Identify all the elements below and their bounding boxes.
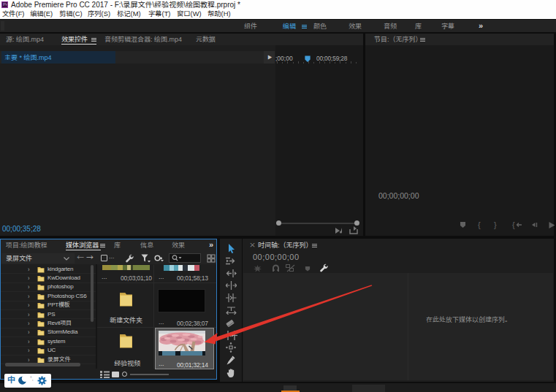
svg-text:{: {: [512, 220, 515, 229]
svg-text:}: }: [494, 220, 497, 229]
svg-text:{: {: [478, 220, 481, 229]
